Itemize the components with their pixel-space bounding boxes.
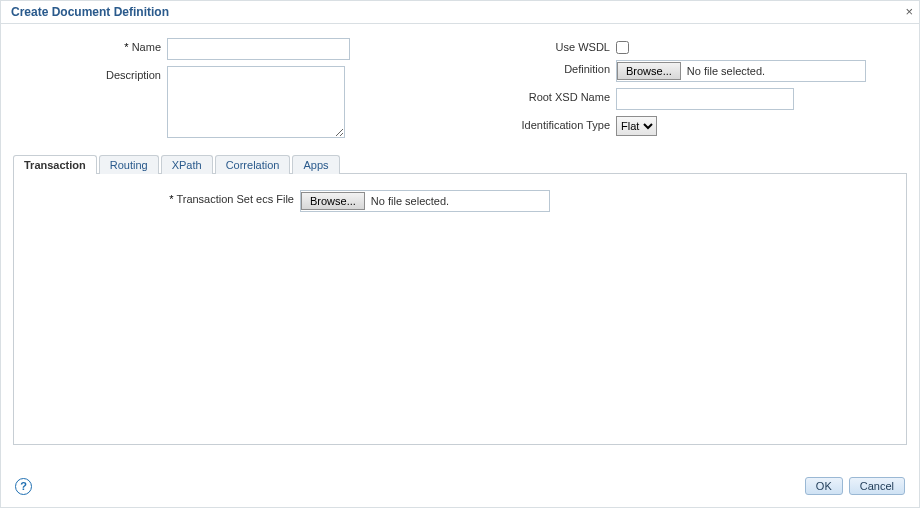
- tab-panel: * Transaction Set ecs File Browse... No …: [13, 173, 907, 445]
- tab-routing[interactable]: Routing: [99, 155, 159, 174]
- ecs-file-field: Browse... No file selected.: [300, 190, 550, 212]
- identification-type-label: Identification Type: [460, 116, 616, 131]
- name-label: * Name: [11, 38, 167, 53]
- root-xsd-label: Root XSD Name: [460, 88, 616, 103]
- transaction-panel: * Transaction Set ecs File Browse... No …: [14, 174, 906, 234]
- definition-label: Definition: [460, 60, 616, 75]
- tab-apps[interactable]: Apps: [292, 155, 339, 174]
- name-input[interactable]: [167, 38, 350, 60]
- help-icon[interactable]: ?: [15, 478, 32, 495]
- dialog-title: Create Document Definition: [11, 5, 169, 19]
- tabs-strip: Transaction Routing XPath Correlation Ap…: [1, 154, 919, 173]
- tab-xpath[interactable]: XPath: [161, 155, 213, 174]
- left-column: * Name Description: [11, 38, 460, 144]
- ecs-file-label: * Transaction Set ecs File: [24, 190, 300, 205]
- ecs-browse-button[interactable]: Browse...: [301, 192, 365, 210]
- dialog-titlebar: Create Document Definition ×: [1, 1, 919, 24]
- use-wsdl-checkbox[interactable]: [616, 41, 629, 54]
- use-wsdl-label: Use WSDL: [460, 38, 616, 53]
- right-column: Use WSDL Definition Browse... No file se…: [460, 38, 909, 144]
- tab-correlation[interactable]: Correlation: [215, 155, 291, 174]
- description-label: Description: [11, 66, 167, 81]
- description-textarea[interactable]: [167, 66, 345, 138]
- definition-file-field: Browse... No file selected.: [616, 60, 866, 82]
- dialog-footer: ? OK Cancel: [1, 469, 919, 507]
- close-icon[interactable]: ×: [905, 5, 913, 18]
- cancel-button[interactable]: Cancel: [849, 477, 905, 495]
- ok-button[interactable]: OK: [805, 477, 843, 495]
- ecs-file-status: No file selected.: [365, 195, 459, 207]
- form-area: * Name Description Use WSDL Definition B…: [1, 24, 919, 152]
- root-xsd-input[interactable]: [616, 88, 794, 110]
- definition-file-status: No file selected.: [681, 65, 775, 77]
- definition-browse-button[interactable]: Browse...: [617, 62, 681, 80]
- identification-type-select[interactable]: Flat: [616, 116, 657, 136]
- tab-transaction[interactable]: Transaction: [13, 155, 97, 174]
- create-document-definition-dialog: Create Document Definition × * Name Desc…: [0, 0, 920, 508]
